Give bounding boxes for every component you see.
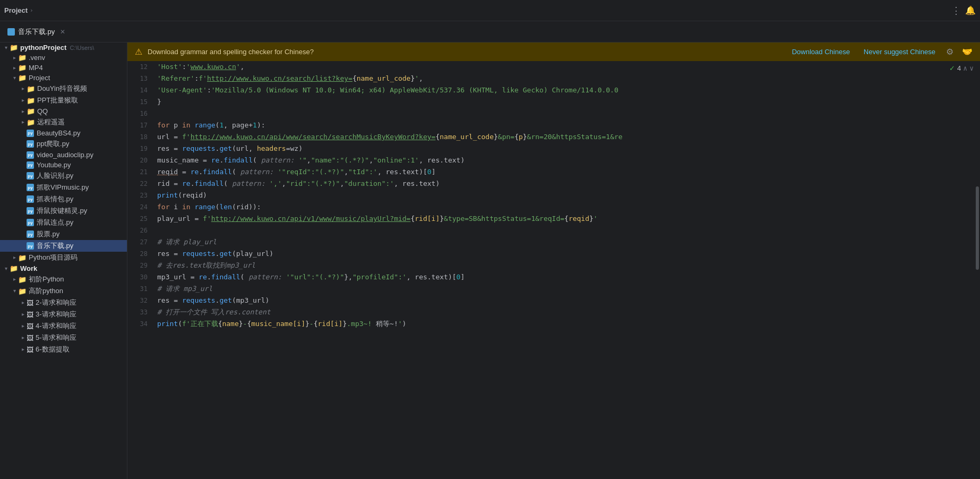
chevron-icon bbox=[19, 230, 27, 238]
folder-icon: 📁 bbox=[18, 287, 27, 295]
line-num-20: 20 bbox=[127, 155, 153, 166]
line-num-32: 32 bbox=[127, 295, 153, 306]
sidebar-item-advanced-python[interactable]: 📁 高阶python bbox=[0, 285, 127, 297]
sidebar-item-basic-python[interactable]: 📁 初阶Python bbox=[0, 273, 127, 285]
folder-icon: 📁 bbox=[27, 107, 35, 115]
line-num-25: 25 bbox=[127, 213, 153, 225]
bell-icon[interactable]: 🔔 bbox=[965, 5, 976, 15]
check-icon: ✓ bbox=[949, 64, 955, 72]
sidebar-item-data-extract[interactable]: 🖼 6-数据提取 bbox=[0, 344, 127, 355]
never-suggest-chinese-button[interactable]: Never suggest Chinese bbox=[864, 48, 935, 56]
line-num-30: 30 bbox=[127, 271, 153, 283]
folder-icon: 📁 bbox=[18, 64, 27, 72]
sidebar-item-req5[interactable]: 🖼 5-请求和响应 bbox=[0, 332, 127, 344]
nav-down-arrow[interactable]: ∨ bbox=[969, 64, 974, 72]
sidebar-item-label: DouYin抖音视频 bbox=[37, 84, 87, 93]
sidebar-item-req2[interactable]: 🖼 2-请求和响应 bbox=[0, 297, 127, 309]
sidebar-item-label: 3-请求和响应 bbox=[36, 310, 76, 319]
sidebar-item-pythonproject[interactable]: 📁 pythonProject C:\Users\ bbox=[0, 42, 127, 53]
sidebar-item-ppt[interactable]: 📁 PPT批量猴取 bbox=[0, 95, 127, 106]
sidebar-item-qq[interactable]: 📁 QQ bbox=[0, 106, 127, 116]
sidebar-item-ppt-crawl[interactable]: py ppt爬取.py bbox=[0, 138, 127, 150]
folder-icon: 📁 bbox=[27, 85, 35, 93]
chevron-icon bbox=[11, 276, 18, 283]
code-line-21: reqid = re.findall( pattern: '"reqId":"(… bbox=[157, 166, 975, 178]
tab-close-button[interactable]: ✕ bbox=[60, 28, 65, 36]
sidebar-item-work[interactable]: 📁 Work bbox=[0, 263, 127, 273]
line-num-17: 17 bbox=[127, 119, 153, 131]
settings-icon[interactable]: ⚙ bbox=[946, 47, 953, 57]
folder-icon: 📁 bbox=[18, 254, 27, 262]
sidebar-item-label: 4-请求和响应 bbox=[36, 321, 76, 331]
sidebar-item-douyin[interactable]: 📁 DouYin抖音视频 bbox=[0, 83, 127, 95]
img-folder-icon: 🖼 bbox=[27, 311, 33, 319]
folder-icon: 📁 bbox=[18, 276, 27, 284]
sidebar-item-beautybs4[interactable]: py BeautyBS4.py bbox=[0, 128, 127, 138]
sidebar-item-python-source[interactable]: 📁 Python项目源码 bbox=[0, 252, 127, 263]
sidebar-item-face-recog[interactable]: py 人脸识别.py bbox=[0, 170, 127, 182]
line-num-27: 27 bbox=[127, 236, 153, 248]
editor-scrollbar[interactable] bbox=[975, 61, 980, 479]
sidebar-item-video-audioclip[interactable]: py video_audioclip.py bbox=[0, 150, 127, 160]
sidebar-item-emoji[interactable]: py 抓表情包.py bbox=[0, 193, 127, 205]
warning-triangle-icon: ⚠ bbox=[135, 47, 142, 57]
code-line-28: res = requests.get(play_url) bbox=[157, 248, 975, 260]
tab-label: 音乐下载.py bbox=[18, 27, 55, 37]
sidebar-item-mouse-click[interactable]: py 滑鼠连点.py bbox=[0, 217, 127, 228]
warning-banner: ⚠ Download grammar and spelling checker … bbox=[127, 42, 980, 61]
sidebar-item-stock[interactable]: py 股票.py bbox=[0, 228, 127, 240]
code-line-34: print(f'正在下载{name}-{music_name[i]}-{rid[… bbox=[157, 318, 975, 330]
more-icon[interactable]: ⋮ bbox=[951, 5, 961, 16]
chevron-icon bbox=[11, 54, 18, 62]
project-title: Project bbox=[4, 6, 28, 14]
code-line-26 bbox=[157, 225, 975, 236]
scrollbar-thumb[interactable] bbox=[976, 186, 979, 270]
line-num-31: 31 bbox=[127, 283, 153, 295]
chevron-icon bbox=[19, 172, 27, 179]
tab-music-download[interactable]: 音乐下载.py ✕ bbox=[0, 21, 73, 42]
chevron-icon bbox=[19, 85, 27, 92]
sidebar-item-music-download[interactable]: py 音乐下载.py bbox=[0, 240, 127, 252]
sidebar-item-mp4[interactable]: 📁 MP4 bbox=[0, 63, 127, 73]
sidebar-item-req3[interactable]: 🖼 3-请求和响应 bbox=[0, 309, 127, 320]
code-editor[interactable]: 12 13 14 15 16 17 18 19 20 21 22 23 24 2… bbox=[127, 61, 980, 479]
chevron-icon bbox=[11, 64, 18, 72]
folder-icon: 📁 bbox=[27, 97, 35, 105]
line-num-26: 26 bbox=[127, 225, 153, 236]
sidebar-item-req4[interactable]: 🖼 4-请求和响应 bbox=[0, 320, 127, 332]
py-file-icon: py bbox=[27, 140, 34, 148]
human-collab-icon[interactable]: 🤝 bbox=[962, 47, 973, 57]
chevron-icon bbox=[19, 207, 27, 215]
code-line-30: mp3_url = re.findall( pattern: '"url":"(… bbox=[157, 271, 975, 283]
code-line-27: # 请求 play_url bbox=[157, 236, 975, 248]
code-line-31: # 请求 mp3_url bbox=[157, 283, 975, 295]
line-num-29: 29 bbox=[127, 260, 153, 271]
sidebar-item-label: 初阶Python bbox=[29, 275, 64, 284]
chevron-icon bbox=[19, 299, 27, 306]
chevron-icon bbox=[2, 44, 10, 52]
sidebar-item-label: 远程遥遥 bbox=[37, 117, 65, 127]
code-line-33: # 打开一个文件 写入res.content bbox=[157, 306, 975, 318]
chevron-icon bbox=[11, 287, 18, 295]
chevron-icon bbox=[19, 140, 27, 148]
sidebar-item-venv[interactable]: 📁 .venv bbox=[0, 53, 127, 63]
sidebar-item-vipmusic[interactable]: py 抓歌VIPmusic.py bbox=[0, 182, 127, 193]
nav-up-arrow[interactable]: ∧ bbox=[963, 64, 967, 72]
chevron-icon bbox=[19, 151, 27, 159]
chevron-icon bbox=[19, 130, 27, 137]
code-content[interactable]: 'Host':'www.kuwo.cn', 'Referer':f'http:/… bbox=[153, 61, 975, 479]
error-count: 4 bbox=[957, 64, 961, 72]
sidebar-item-remote[interactable]: 📁 远程遥遥 bbox=[0, 116, 127, 128]
warning-message: Download grammar and spelling checker fo… bbox=[148, 48, 787, 56]
sidebar-item-youtube[interactable]: py Youtube.py bbox=[0, 160, 127, 170]
sidebar-item-mouse-key[interactable]: py 滑鼠按键精灵.py bbox=[0, 205, 127, 217]
sidebar-item-label: Work bbox=[20, 264, 37, 272]
py-file-icon: py bbox=[27, 207, 34, 215]
editor-area: ⚠ Download grammar and spelling checker … bbox=[127, 42, 980, 479]
download-chinese-button[interactable]: Download Chinese bbox=[792, 48, 850, 56]
py-file-icon: py bbox=[27, 161, 34, 169]
sidebar-item-label: Project bbox=[29, 74, 50, 82]
sidebar-item-project[interactable]: 📁 Project bbox=[0, 73, 127, 83]
chevron-icon bbox=[19, 219, 27, 226]
code-line-14: 'User-Agent':'Mozilla/5.0 (Windows NT 10… bbox=[157, 84, 975, 96]
